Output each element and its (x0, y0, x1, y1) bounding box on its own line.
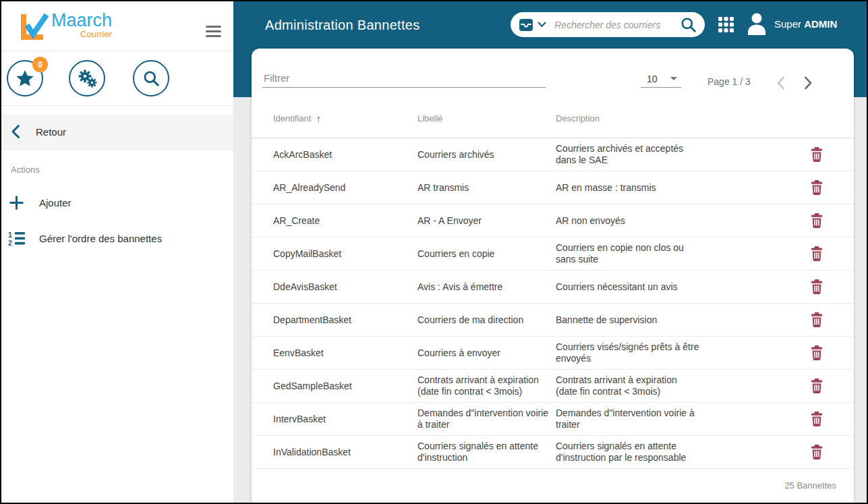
sidebar-item-order-baskets[interactable]: 1 2 Gérer l'ordre des bannettes (1, 231, 233, 246)
table-header-row: Identifiant ↑ Libellé Description (252, 99, 854, 138)
delete-basket-button[interactable] (809, 212, 825, 229)
search-bar (511, 12, 705, 37)
delete-basket-button[interactable] (809, 443, 825, 461)
sort-ascending-icon: ↑ (316, 113, 321, 124)
table-row[interactable]: DdeAvisBasketAvis : Avis à émettreCourri… (252, 271, 854, 304)
trash-icon (810, 345, 823, 360)
table-row[interactable]: AckArcBasketCourriers archivésCourriers … (252, 138, 854, 171)
chevron-right-icon (804, 76, 813, 90)
apps-grid-button[interactable] (718, 17, 734, 34)
delete-basket-button[interactable] (809, 146, 825, 163)
settings-button[interactable] (69, 60, 105, 96)
sidebar-item-label: Gérer l'ordre des bannettes (39, 233, 162, 244)
table-row[interactable]: AR_CreateAR - A EnvoyerAR non envoyés (252, 204, 854, 237)
favorites-count-badge: 0 (32, 57, 48, 72)
maarch-logo[interactable]: Maarch Courrier (19, 11, 112, 42)
svg-text:1: 1 (8, 231, 12, 239)
basket-label: Contrats arrivant à expiration (date fin… (417, 374, 556, 397)
favorites-button[interactable]: 0 (7, 60, 43, 96)
table-row[interactable]: GedSampleBasketContrats arrivant à expir… (252, 370, 854, 403)
basket-identifier: InValidationBasket (273, 447, 417, 458)
caret-down-icon (670, 77, 677, 80)
delete-basket-button[interactable] (809, 311, 825, 329)
actions-section-title: Actions (11, 165, 233, 175)
table-footer: 25 Bannettes (252, 469, 854, 501)
search-circle-button[interactable] (133, 60, 169, 96)
basket-label: Courriers de ma direction (417, 314, 556, 326)
column-header-description[interactable]: Description (556, 113, 786, 123)
page-size-select[interactable]: 10 (641, 70, 681, 88)
basket-description: Courriers signalés en attente d'instruct… (556, 441, 786, 464)
trash-icon (810, 246, 823, 261)
delete-basket-button[interactable] (809, 179, 825, 196)
trash-icon (810, 213, 823, 228)
table-row[interactable]: CopyMailBasketCourriers en copieCourrier… (252, 237, 854, 271)
basket-identifier: CopyMailBasket (273, 248, 417, 260)
table-row[interactable]: DepartmentBasketCourriers de ma directio… (252, 304, 854, 337)
basket-identifier: EenvBasket (273, 347, 417, 359)
table-row[interactable]: AR_AlreadySendAR transmisAR en masse : t… (252, 171, 854, 204)
next-page-button[interactable] (803, 75, 814, 91)
chevron-down-icon[interactable] (538, 22, 546, 28)
svg-text:2: 2 (8, 239, 12, 246)
search-input[interactable] (553, 19, 679, 31)
trash-icon (810, 180, 823, 195)
basket-identifier: IntervBasket (273, 414, 417, 425)
user-menu[interactable]: Super ADMIN (745, 11, 837, 36)
sidebar-item-label: Ajouter (39, 197, 71, 208)
table-row[interactable]: InValidationBasketCourriers signalés en … (252, 436, 854, 469)
sidebar-item-add[interactable]: Ajouter (1, 195, 233, 211)
basket-row-actions (786, 146, 854, 163)
search-submit-button[interactable] (679, 16, 698, 34)
basket-row-actions (786, 344, 854, 362)
apps-grid-icon (718, 17, 734, 32)
maarch-logo-icon (19, 11, 49, 42)
baskets-panel: 10 Page 1 / 3 Identifiant ↑ Libellé Desc… (252, 49, 854, 503)
inbox-icon (519, 18, 533, 32)
brand-name: Maarch (51, 11, 112, 30)
hamburger-menu-icon[interactable] (203, 20, 224, 43)
basket-row-actions (786, 410, 854, 428)
basket-label: Demandes d"intervention voirie à traiter (417, 408, 556, 430)
table-row[interactable]: IntervBasketDemandes d"intervention voir… (252, 403, 854, 436)
table-toolbar: 10 Page 1 / 3 (252, 49, 854, 99)
inbox-filter-dropdown[interactable] (519, 18, 533, 32)
basket-description: AR en masse : transmis (556, 182, 786, 194)
app-window: Administration Bannettes (0, 0, 868, 504)
basket-label: Courriers à envoyer (417, 347, 556, 359)
delete-basket-button[interactable] (809, 377, 825, 395)
previous-page-button[interactable] (775, 75, 786, 91)
back-button[interactable]: Retour (1, 114, 233, 150)
table-body: AckArcBasketCourriers archivésCourriers … (252, 138, 854, 469)
basket-description: Courriers nécessitant un avis (556, 281, 786, 293)
basket-identifier: DepartmentBasket (273, 314, 417, 326)
trash-icon (810, 147, 823, 162)
delete-basket-button[interactable] (809, 410, 825, 428)
basket-description: Courriers en copie non clos ou sans suit… (556, 242, 786, 265)
basket-identifier: GedSampleBasket (273, 381, 417, 392)
plus-icon (1, 195, 31, 211)
delete-basket-button[interactable] (809, 344, 825, 362)
numbered-list-icon: 1 2 (1, 231, 31, 246)
basket-row-actions (786, 443, 854, 461)
trash-icon (810, 379, 823, 393)
product-name: Courrier (80, 30, 112, 39)
table-row[interactable]: EenvBasketCourriers à envoyerCourriers v… (252, 337, 854, 370)
basket-label: Courriers archivés (417, 149, 556, 161)
page-size-value: 10 (647, 74, 658, 84)
basket-description: Courriers visés/signés prêts à être envo… (556, 341, 786, 364)
sidebar: Maarch Courrier 0 (1, 1, 233, 503)
basket-description: AR non envoyés (556, 215, 786, 227)
basket-label: AR transmis (417, 182, 556, 194)
basket-label: Avis : Avis à émettre (417, 281, 556, 293)
delete-basket-button[interactable] (809, 278, 825, 296)
baskets-count: 25 Bannettes (784, 480, 836, 491)
column-header-libelle[interactable]: Libellé (417, 113, 556, 123)
filter-input[interactable] (262, 69, 546, 88)
trash-icon (810, 445, 823, 459)
basket-label: Courriers signalés en attente d'instruct… (417, 441, 556, 464)
column-header-identifiant[interactable]: Identifiant ↑ (273, 113, 417, 124)
delete-basket-button[interactable] (809, 245, 825, 262)
basket-row-actions (786, 311, 854, 329)
chevron-left-icon (776, 76, 785, 90)
